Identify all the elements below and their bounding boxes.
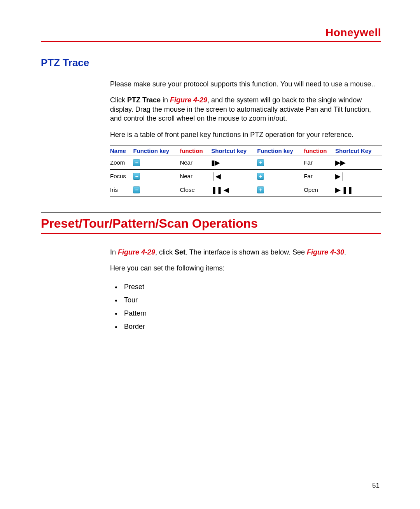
list-item: Border xyxy=(122,320,381,333)
ops-item-list: Preset Tour Pattern Border xyxy=(110,280,381,333)
col-function-key-1: Function key xyxy=(133,146,180,156)
cell-fk1: − xyxy=(133,169,180,183)
text-bold: PTZ Trace xyxy=(127,96,161,104)
cell-fk1: − xyxy=(133,183,180,197)
text: in xyxy=(161,96,170,104)
cell-sc2: ▶│ xyxy=(335,169,382,183)
cell-fn2: Open xyxy=(304,183,335,197)
plus-icon: + xyxy=(257,159,264,166)
cell-fn1: Close xyxy=(180,183,211,197)
brand-logo: Honeywell xyxy=(326,26,381,39)
cell-sc1: ▮▶ xyxy=(211,156,257,169)
text-bold: Set xyxy=(175,248,186,256)
ptz-paragraph-3: Here is a table of front panel key funct… xyxy=(110,130,381,139)
col-function-1: function xyxy=(180,146,211,156)
minus-icon: − xyxy=(133,159,140,166)
text: . xyxy=(344,248,346,256)
cell-sc1: ❚❚ ◀ xyxy=(211,183,257,197)
table-row: Focus − Near │◀ + Far ▶│ xyxy=(110,169,382,183)
ptz-paragraph-2: Click PTZ Trace in Figure 4-29, and the … xyxy=(110,96,381,123)
cell-sc2: ▶▶ xyxy=(335,156,382,169)
list-item: Tour xyxy=(122,293,381,307)
list-item: Preset xyxy=(122,280,381,293)
cell-fn1: Near xyxy=(180,156,211,169)
section-title-ptz-trace: PTZ Trace xyxy=(41,57,381,69)
col-name: Name xyxy=(110,146,133,156)
text: In xyxy=(110,248,118,256)
cell-name: Focus xyxy=(110,169,133,183)
ops-paragraph-1: In Figure 4-29, click Set. The interface… xyxy=(110,248,381,257)
plus-icon: + xyxy=(257,173,264,180)
cell-fn2: Far xyxy=(304,156,335,169)
cell-sc1: │◀ xyxy=(211,169,257,183)
table-row: Iris − Close ❚❚ ◀ + Open ▶ ❚❚ xyxy=(110,183,382,197)
section-title-operations: Preset/Tour/Pattern/Scan Operations xyxy=(41,216,381,234)
ops-paragraph-2: Here you can set the following items: xyxy=(110,264,381,273)
ptz-function-table: Name Function key function Shortcut key … xyxy=(110,146,382,197)
minus-icon: − xyxy=(133,173,140,180)
table-row: Zoom − Near ▮▶ + Far ▶▶ xyxy=(110,156,382,169)
cell-fk2: + xyxy=(257,156,304,169)
page: Honeywell PTZ Trace Please make sure you… xyxy=(0,0,420,509)
figure-reference: Figure 4-30 xyxy=(307,248,344,256)
list-item: Pattern xyxy=(122,307,381,320)
figure-reference: Figure 4-29 xyxy=(170,96,207,104)
plus-icon: + xyxy=(257,186,264,193)
ptz-paragraph-1: Please make sure your protocol supports … xyxy=(110,80,381,89)
cell-fk2: + xyxy=(257,183,304,197)
table-header-row: Name Function key function Shortcut key … xyxy=(110,146,382,156)
cell-fn1: Near xyxy=(180,169,211,183)
col-shortcut-key-1: Shortcut key xyxy=(211,146,257,156)
text: , click xyxy=(155,248,175,256)
cell-fk2: + xyxy=(257,169,304,183)
page-header: Honeywell xyxy=(41,26,381,42)
cell-name: Zoom xyxy=(110,156,133,169)
col-function-2: function xyxy=(304,146,335,156)
page-number: 51 xyxy=(372,482,380,490)
cell-fn2: Far xyxy=(304,169,335,183)
figure-reference: Figure 4-29 xyxy=(118,248,155,256)
cell-name: Iris xyxy=(110,183,133,197)
cell-sc2: ▶ ❚❚ xyxy=(335,183,382,197)
minus-icon: − xyxy=(133,186,140,193)
cell-fk1: − xyxy=(133,156,180,169)
col-function-key-2: Function key xyxy=(257,146,304,156)
text: . The interface is shown as below. See xyxy=(186,248,307,256)
section-divider xyxy=(41,212,381,213)
col-shortcut-key-2: Shortcut Key xyxy=(335,146,382,156)
text: Click xyxy=(110,96,127,104)
